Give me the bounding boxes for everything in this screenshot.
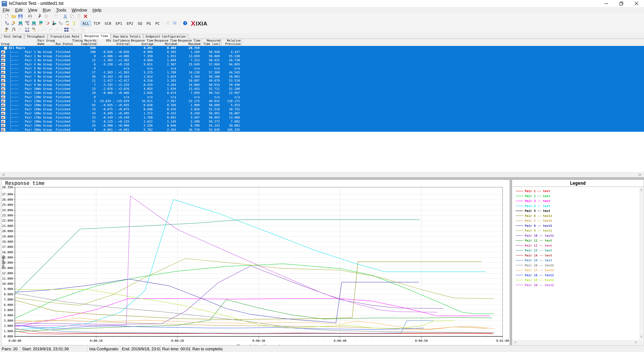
legend-item-pair-3[interactable]: Pair 3 -- test <box>516 198 639 204</box>
filter-scr-button[interactable]: SCR <box>103 21 113 26</box>
tab-transaction-rate[interactable]: Transaction Rate <box>48 34 82 39</box>
filter-tcp-button[interactable]: TCP <box>92 21 102 26</box>
table-row-pair-8[interactable]: Pair 8No GroupFinished11-2.417 : +2.4174… <box>0 79 644 83</box>
legend-item-pair-12[interactable]: Pair 12 -- test <box>516 243 639 248</box>
table-row-pair-4[interactable]: Pair 4No GroupFinished6-9.158 : +9.1589.… <box>0 62 644 66</box>
new-multicast-group-button[interactable] <box>24 21 30 26</box>
menu-view[interactable]: View <box>25 7 40 13</box>
menu-run[interactable]: Run <box>40 7 54 13</box>
legend-item-pair-20[interactable]: Pair 20 -- test2 <box>516 283 639 288</box>
filter-sq-button[interactable]: SQ <box>136 21 144 26</box>
save-file-button[interactable] <box>17 14 24 19</box>
column-header-average[interactable]: Response Time Average <box>131 39 155 46</box>
table-row-pair-9[interactable]: Pair 9No GroupFinished7-3.325 : +3.3258.… <box>0 83 644 87</box>
copy-button[interactable] <box>69 14 75 19</box>
tab-test-setup[interactable]: Test Setup <box>1 34 24 39</box>
tab-throughput[interactable]: Throughput <box>24 34 48 39</box>
legend-item-pair-17[interactable]: Pair 17 -- test2 <box>516 268 639 273</box>
scroll-right-icon[interactable]: > <box>634 340 638 345</box>
minimize-button[interactable] <box>599 0 614 7</box>
open-file-button[interactable] <box>10 14 17 19</box>
about-ixchariot-button[interactable]: ! <box>182 21 188 26</box>
legend-item-pair-7[interactable]: Pair 7 -- test2 <box>516 218 639 223</box>
new-video-pair-button[interactable] <box>17 21 24 26</box>
save-run-results-button[interactable] <box>31 27 37 33</box>
legend-item-pair-19[interactable]: Pair 19 -- test2 <box>516 278 639 283</box>
merge-results-button[interactable] <box>24 27 30 33</box>
change-line-number-button[interactable]: 12 <box>71 21 77 26</box>
table-row-pair-17[interactable]: Pair 17No GroupFinished33-0.249 : +0.249… <box>0 115 644 119</box>
delete-button[interactable] <box>82 14 89 19</box>
column-header-group[interactable]: Group <box>0 39 36 46</box>
table-row-all-pairs[interactable]: -All Pairs5484.2910.30326.719 <box>0 46 644 50</box>
legend-list[interactable]: Pair 1 -- testPair 2 -- testPair 3 -- te… <box>512 187 639 339</box>
table-row-pair-2[interactable]: Pair 2No GroupFinished8-4.086 : +4.0867.… <box>0 54 644 58</box>
collapse-expander[interactable]: - <box>4 47 7 50</box>
legend-item-pair-13[interactable]: Pair 13 -- test <box>516 248 639 253</box>
legend-item-pair-1[interactable]: Pair 1 -- test <box>516 189 639 194</box>
column-header-run-status[interactable]: Run Status <box>55 39 72 46</box>
menu-edit[interactable]: Edit <box>12 7 25 13</box>
legend-item-pair-6[interactable]: Pair 6 -- test2 <box>516 213 639 218</box>
legend-item-pair-18[interactable]: Pair 18 -- test2 <box>516 273 639 278</box>
scroll-right-icon[interactable]: > <box>638 172 642 177</box>
legend-item-pair-16[interactable]: Pair 16 -- test2 <box>516 263 639 268</box>
table-row-pair-20[interactable]: Pair 20No GroupFinished9-6.091 : +6.0915… <box>0 128 644 132</box>
legend-item-pair-4[interactable]: Pair 4 -- test <box>516 204 639 209</box>
legend-item-pair-11[interactable]: Pair 11 -- test <box>516 238 639 243</box>
legend-item-pair-9[interactable]: Pair 9 -- test2 <box>516 228 639 233</box>
legend-item-pair-14[interactable]: Pair 14 -- test <box>516 253 639 258</box>
link-pairs-button[interactable] <box>63 27 70 33</box>
filter-pc-button[interactable]: PC <box>154 21 162 26</box>
new-video-multicast-group-button[interactable] <box>31 21 37 26</box>
print-button[interactable] <box>27 14 33 19</box>
column-header-minimum[interactable]: Response Time Minimum <box>155 39 178 46</box>
legend-item-pair-2[interactable]: Pair 2 -- test <box>516 194 639 199</box>
tab-raw-data-totals[interactable]: Raw Data Totals <box>111 34 143 39</box>
filter-all-button[interactable]: ALL <box>81 21 91 26</box>
run-test-button[interactable] <box>36 14 43 19</box>
menu-help[interactable]: Help <box>90 7 104 13</box>
collapse-groups-button[interactable] <box>172 21 178 26</box>
table-row-pair-1[interactable]: Pair 1No GroupFinished100-0.026 : +0.026… <box>0 50 644 54</box>
scroll-up-icon[interactable]: ∧ <box>640 188 643 192</box>
application-scanner-button[interactable] <box>51 21 57 26</box>
table-row-pair-13[interactable]: Pair 13No GroupFinished3-19.629 : +19.62… <box>0 99 644 103</box>
legend-item-pair-15[interactable]: Pair 15 -- test <box>516 258 639 263</box>
table-row-pair-5[interactable]: Pair 5No GroupFinished0n/an/an/an/an/an/… <box>0 66 644 70</box>
vertical-splitter[interactable] <box>510 180 512 345</box>
new-run-wizard-button[interactable] <box>4 27 10 33</box>
toolbar-grip[interactable] <box>1 21 3 26</box>
table-row-pair-12[interactable]: Pair 12No GroupFinished0n/an/an/an/an/an… <box>0 95 644 99</box>
table-hscrollbar[interactable]: < > <box>0 172 644 178</box>
table-row-pair-11[interactable]: Pair 11No GroupFinished29-0.466 : +0.466… <box>0 91 644 95</box>
compare-results-button[interactable] <box>10 27 17 33</box>
table-row-pair-18[interactable]: Pair 18No GroupFinished31-0.125 : +0.125… <box>0 119 644 123</box>
legend-hscrollbar[interactable]: < > <box>512 340 643 345</box>
edit-pair-button[interactable] <box>44 21 50 26</box>
scroll-left-icon[interactable]: < <box>514 340 517 345</box>
legend-item-pair-10[interactable]: Pair 10 -- test2 <box>516 233 639 238</box>
tab-endpoint-configuration[interactable]: Endpoint Configuration <box>143 34 188 39</box>
new-file-button[interactable] <box>4 14 10 19</box>
table-row-pair-14[interactable]: Pair 14No GroupFinished92-0.035 : +0.035… <box>0 103 644 107</box>
toolbar-grip[interactable] <box>180 21 181 26</box>
column-header-precision[interactable]: Relative Precision <box>222 39 242 46</box>
column-header-name[interactable]: Pair Group Name <box>36 39 55 46</box>
filter-pg-button[interactable]: PG <box>144 21 153 26</box>
scroll-left-icon[interactable]: < <box>2 172 5 177</box>
legend-item-pair-5[interactable]: Pair 5 -- test <box>516 208 639 213</box>
table-row-pair-3[interactable]: Pair 3No GroupFinished12-1.302 : +1.3024… <box>0 58 644 62</box>
legend-item-pair-8[interactable]: Pair 8 -- test2 <box>516 223 639 228</box>
cut-button[interactable] <box>62 14 68 19</box>
filter-ep1-button[interactable]: EP1 <box>114 21 124 26</box>
replicate-pair-button[interactable] <box>58 21 64 26</box>
new-endpoint-pair-button[interactable] <box>4 21 10 26</box>
toolbar-grip[interactable] <box>1 14 3 19</box>
close-button[interactable] <box>629 0 644 7</box>
swap-endpoints-button[interactable] <box>64 21 70 26</box>
restore-button[interactable] <box>614 0 629 7</box>
new-hardware-performance-pair-button[interactable] <box>38 21 44 26</box>
table-row-pair-10[interactable]: Pair 10No GroupFinished13-2.076 : +2.076… <box>0 87 644 91</box>
table-row-pair-7[interactable]: Pair 7No GroupFinished36-0.163 : +0.1631… <box>0 75 644 79</box>
